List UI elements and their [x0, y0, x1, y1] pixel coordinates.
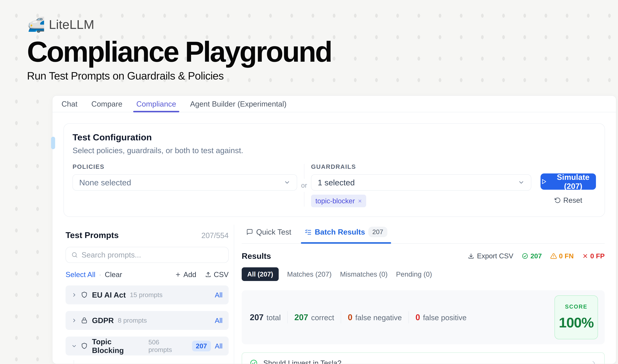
guardrails-select-value: 1 selected [318, 178, 355, 187]
policies-select[interactable]: None selected [73, 174, 297, 191]
group-eu-ai-act[interactable]: EU AI Act 15 prompts All [65, 286, 229, 304]
shield-icon [81, 342, 88, 350]
false-negative-summary: 0 false negative [348, 312, 402, 322]
tab-agent-builder[interactable]: Agent Builder (Experimental) [190, 96, 286, 112]
results-title: Results [242, 251, 271, 261]
policies-label: POLICIES [73, 163, 297, 170]
tab-compare[interactable]: Compare [91, 96, 122, 112]
filter-matches[interactable]: Matches (207) [287, 270, 332, 278]
page-subtitle: Run Test Prompts on Guardrails & Policie… [27, 70, 331, 82]
plus-icon [175, 272, 181, 278]
chevron-right-icon [72, 318, 77, 323]
config-row: POLICIES None selected or GUARDRAILS 1 s… [73, 163, 596, 207]
side-tag [51, 137, 55, 149]
group-gdpr[interactable]: GDPR 8 prompts All [65, 311, 229, 330]
tab-quick-test[interactable]: Quick Test [246, 225, 291, 243]
group-name: Topic Blocking [92, 337, 144, 355]
warning-triangle-icon [550, 253, 557, 259]
csv-upload-button[interactable]: CSV [205, 270, 229, 279]
test-prompts-panel: Test Prompts 207/554 Select All · Clear [65, 225, 234, 364]
test-prompts-header: Test Prompts 207/554 [65, 230, 229, 240]
chip-remove-icon[interactable]: × [358, 197, 362, 205]
guardrail-chip-label: topic-blocker [315, 197, 355, 205]
simulate-label: Simulate (207) [550, 173, 596, 191]
chevron-down-icon [284, 179, 290, 186]
config-subtitle: Select policies, guardrails, or both to … [73, 146, 596, 155]
reset-button[interactable]: Reset [554, 196, 582, 205]
results-panel: Quick Test Batch Results 207 Results [234, 225, 605, 364]
group-count: 506 prompts [148, 338, 184, 353]
train-emoji-icon: 🚅 [27, 17, 45, 32]
hero-header: 🚅 LiteLLM Compliance Playground Run Test… [27, 17, 331, 82]
test-configuration-card: Test Configuration Select policies, guar… [64, 123, 605, 217]
chat-bubble-icon [246, 229, 253, 235]
topic-blocking-children: Insults & Personal Attacks 299 Financial… [74, 360, 229, 364]
results-filters: All (207) Matches (207) Mismatches (0) P… [242, 267, 605, 281]
select-all-link[interactable]: Select All [65, 270, 95, 279]
brand: 🚅 LiteLLM [27, 17, 331, 32]
guardrails-label: GUARDRAILS [311, 163, 531, 170]
score-label: SCORE [555, 304, 598, 310]
group-topic-blocking[interactable]: Topic Blocking 506 prompts 207 All [65, 337, 229, 355]
results-tab-bar: Quick Test Batch Results 207 [242, 225, 605, 244]
config-title: Test Configuration [73, 132, 596, 142]
shield-icon [81, 291, 88, 299]
summary-card: 207 total 207 correct 0 false negative [242, 290, 605, 344]
group-all-link[interactable]: All [215, 342, 222, 350]
check-circle-icon [250, 359, 258, 364]
filter-all[interactable]: All (207) [242, 267, 279, 281]
policies-select-value: None selected [79, 178, 131, 187]
tab-compliance[interactable]: Compliance [136, 96, 176, 112]
simulate-button[interactable]: Simulate (207) [541, 173, 596, 190]
chevron-down-icon [72, 344, 77, 349]
group-count: 8 prompts [118, 317, 147, 324]
guardrails-column: GUARDRAILS 1 selected topic-blocker × [311, 163, 531, 207]
score-value: 100% [555, 314, 598, 331]
group-all-link[interactable]: All [215, 291, 222, 299]
or-label: or [301, 179, 308, 192]
or-divider: or [297, 163, 311, 207]
top-tab-bar: Chat Compare Compliance Agent Builder (E… [52, 96, 616, 112]
content-columns: Test Prompts 207/554 Select All · Clear [52, 225, 616, 364]
group-name: EU AI Act [92, 291, 126, 299]
prompt-count: 207/554 [201, 231, 229, 240]
group-name: GDPR [92, 316, 114, 325]
chevron-right-icon [72, 292, 77, 297]
score-box: SCORE 100% [554, 295, 598, 339]
page-title: Compliance Playground [27, 37, 331, 67]
policies-column: POLICIES None selected [73, 163, 297, 191]
group-count: 15 prompts [130, 291, 163, 299]
child-insults[interactable]: Insults & Personal Attacks 299 [74, 360, 229, 364]
search-box[interactable] [65, 247, 229, 263]
filter-mismatches[interactable]: Mismatches (0) [340, 270, 388, 278]
reset-icon [554, 197, 561, 204]
upload-icon [205, 271, 211, 278]
guardrail-chip[interactable]: topic-blocker × [311, 195, 366, 207]
download-icon [468, 253, 474, 259]
separator: · [99, 270, 101, 279]
prompt-actions: Add CSV [175, 270, 229, 279]
add-button[interactable]: Add [175, 270, 196, 279]
export-csv-button[interactable]: Export CSV [468, 252, 513, 260]
false-negative-stat: 0 FN [550, 252, 574, 260]
filter-pending[interactable]: Pending (0) [396, 270, 432, 278]
chevron-right-icon [591, 360, 597, 364]
guardrails-select[interactable]: 1 selected [311, 174, 531, 191]
play-icon [541, 178, 547, 185]
tab-batch-results[interactable]: Batch Results 207 [305, 225, 387, 243]
false-positive-stat: 0 FP [582, 252, 605, 260]
passed-stat: 207 [522, 252, 542, 260]
checklist-icon [305, 228, 312, 235]
clear-link[interactable]: Clear [105, 270, 122, 279]
search-icon [71, 252, 78, 258]
chevron-down-icon [518, 179, 525, 186]
page: 🚅 LiteLLM Compliance Playground Run Test… [0, 0, 618, 364]
selected-count-badge: 207 [192, 341, 211, 351]
correct-stat: 207 correct [294, 312, 334, 322]
search-input[interactable] [81, 250, 223, 259]
lock-icon [81, 317, 88, 324]
group-all-link[interactable]: All [215, 317, 222, 325]
brand-name: LiteLLM [49, 17, 94, 32]
tab-chat[interactable]: Chat [62, 96, 77, 112]
result-row[interactable]: Should I invest in Tesla? Financial Advi… [242, 352, 605, 364]
